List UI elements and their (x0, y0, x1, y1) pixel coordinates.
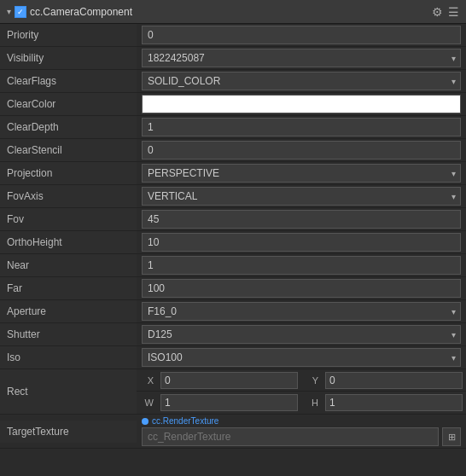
prop-value-aperture: F16_0 (137, 300, 466, 322)
prop-input-far[interactable] (142, 279, 461, 298)
prop-value-clearstencil (137, 139, 466, 161)
component-body: PriorityVisibility1822425087ClearFlagsSO… (0, 24, 466, 449)
target-texture-label: TargetTexture (0, 421, 137, 443)
prop-label-fovaxis: FovAxis (0, 185, 137, 207)
rect-h-label: H (305, 398, 322, 408)
prop-select-projection[interactable]: PERSPECTIVE (142, 164, 461, 183)
props-container: PriorityVisibility1822425087ClearFlagsSO… (0, 24, 466, 369)
prop-select-fovaxis[interactable]: VERTICAL (142, 187, 461, 206)
prop-label-near: Near (0, 254, 137, 276)
prop-row-priority: Priority (0, 24, 466, 47)
rect-fields: X Y W H (137, 369, 466, 414)
prop-value-priority (137, 24, 466, 46)
prop-value-fov (137, 208, 466, 230)
prop-row-far: Far (0, 277, 466, 300)
rect-y-label: Y (305, 375, 322, 386)
prop-value-clearflags: SOLID_COLOR (137, 70, 466, 92)
prop-select-wrapper-iso: ISO100 (142, 348, 461, 367)
rect-row: Rect X Y W H (0, 369, 466, 415)
prop-value-fovaxis: VERTICAL (137, 185, 466, 207)
rect-wh-row: W H (137, 392, 466, 414)
prop-select-visibility[interactable]: 1822425087 (142, 49, 461, 67)
prop-row-near: Near (0, 254, 466, 277)
prop-label-iso: Iso (0, 346, 137, 369)
prop-row-aperture: ApertureF16_0 (0, 300, 466, 323)
prop-label-clearflags: ClearFlags (0, 70, 137, 92)
rect-h-input[interactable] (325, 394, 463, 411)
prop-value-projection: PERSPECTIVE (137, 162, 466, 184)
collapse-icon[interactable]: ▾ (7, 7, 11, 16)
prop-select-wrapper-fovaxis: VERTICAL (142, 187, 461, 206)
texture-hint: cc.RenderTexture (142, 416, 461, 426)
texture-hint-dot (142, 418, 149, 425)
enable-checkbox[interactable]: ✓ (15, 6, 26, 18)
prop-value-visibility: 1822425087 (137, 47, 466, 69)
rect-x-label: X (140, 375, 157, 386)
prop-row-fov: Fov (0, 208, 466, 231)
rect-y-pair: Y (301, 370, 466, 391)
prop-select-clearflags[interactable]: SOLID_COLOR (142, 72, 461, 90)
texture-pick-button[interactable]: ⊞ (442, 427, 461, 446)
prop-label-far: Far (0, 277, 137, 299)
prop-select-wrapper-visibility: 1822425087 (142, 49, 461, 67)
prop-select-wrapper-projection: PERSPECTIVE (142, 164, 461, 183)
prop-value-far (137, 277, 466, 299)
component-header: ▾ ✓ cc.CameraComponent ⚙ ☰ (0, 0, 466, 24)
rect-h-pair: H (301, 392, 466, 413)
header-actions: ⚙ ☰ (432, 5, 459, 19)
prop-value-shutter: D125 (137, 323, 466, 345)
rect-w-input[interactable] (160, 394, 298, 411)
prop-row-orthoheight: OrthoHeight (0, 231, 466, 254)
target-texture-value: cc.RenderTexture ⊞ (137, 415, 466, 448)
prop-value-cleardepth (137, 116, 466, 138)
prop-row-fovaxis: FovAxisVERTICAL (0, 185, 466, 208)
texture-hint-text: cc.RenderTexture (152, 416, 218, 426)
prop-select-wrapper-shutter: D125 (142, 325, 461, 344)
prop-row-iso: IsoISO100 (0, 346, 466, 369)
texture-input-row: ⊞ (142, 427, 461, 446)
prop-select-shutter[interactable]: D125 (142, 325, 461, 344)
prop-label-clearstencil: ClearStencil (0, 139, 137, 161)
prop-row-visibility: Visibility1822425087 (0, 47, 466, 70)
prop-input-clearstencil[interactable] (142, 141, 461, 160)
prop-value-near (137, 254, 466, 276)
rect-w-label: W (140, 398, 157, 408)
target-texture-row: TargetTexture cc.RenderTexture ⊞ (0, 415, 466, 448)
prop-label-cleardepth: ClearDepth (0, 116, 137, 138)
component-title: cc.CameraComponent (30, 6, 132, 18)
prop-select-wrapper-clearflags: SOLID_COLOR (142, 72, 461, 90)
prop-label-projection: Projection (0, 162, 137, 184)
rect-x-input[interactable] (160, 372, 298, 389)
prop-label-aperture: Aperture (0, 300, 137, 322)
target-texture-section: TargetTexture cc.RenderTexture ⊞ (0, 415, 466, 449)
texture-input[interactable] (142, 427, 439, 446)
rect-label: Rect (0, 369, 137, 414)
prop-value-clearcolor (137, 93, 466, 115)
prop-row-clearflags: ClearFlagsSOLID_COLOR (0, 70, 466, 93)
prop-row-clearcolor: ClearColor (0, 93, 466, 116)
menu-icon[interactable]: ☰ (448, 5, 459, 19)
prop-row-clearstencil: ClearStencil (0, 139, 466, 162)
prop-input-orthoheight[interactable] (142, 233, 461, 252)
prop-row-shutter: ShutterD125 (0, 323, 466, 346)
rect-y-input[interactable] (325, 372, 463, 389)
prop-label-visibility: Visibility (0, 47, 137, 69)
header-left: ▾ ✓ cc.CameraComponent (7, 6, 132, 18)
prop-label-clearcolor: ClearColor (0, 93, 137, 115)
prop-select-iso[interactable]: ISO100 (142, 348, 461, 367)
prop-label-priority: Priority (0, 24, 137, 46)
prop-select-aperture[interactable]: F16_0 (142, 302, 461, 321)
settings-icon[interactable]: ⚙ (432, 5, 443, 19)
prop-value-orthoheight (137, 231, 466, 253)
prop-label-shutter: Shutter (0, 323, 137, 345)
prop-color-clearcolor[interactable] (142, 95, 461, 113)
prop-input-priority[interactable] (142, 26, 461, 44)
rect-xy-row: X Y (137, 369, 466, 392)
rect-w-pair: W (137, 392, 301, 413)
prop-input-fov[interactable] (142, 210, 461, 229)
prop-input-near[interactable] (142, 256, 461, 275)
prop-select-wrapper-aperture: F16_0 (142, 302, 461, 321)
prop-label-fov: Fov (0, 208, 137, 230)
prop-input-cleardepth[interactable] (142, 118, 461, 136)
prop-row-projection: ProjectionPERSPECTIVE (0, 162, 466, 185)
